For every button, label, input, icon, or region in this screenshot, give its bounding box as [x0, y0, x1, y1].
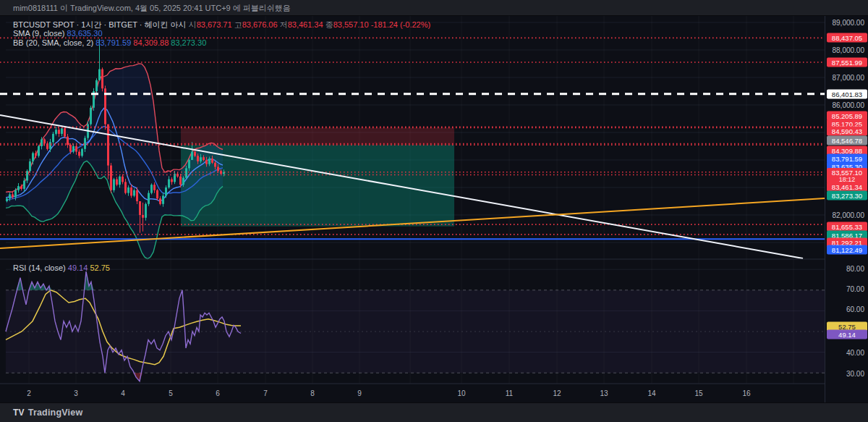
candle-body	[211, 159, 213, 163]
short-position-risk-box[interactable]	[181, 128, 454, 145]
candle-body	[150, 185, 153, 193]
time-axis-label-12: 12	[553, 389, 561, 397]
price-badge-8843705: 88,437.05	[827, 33, 867, 43]
price-axis-label: 86,000.00	[833, 101, 865, 109]
legend-rsi-row[interactable]: RSI (14, close) 49.14 52.75	[13, 263, 110, 272]
candle-body	[43, 140, 46, 144]
candle-body	[217, 167, 219, 172]
sma-indicator-name: SMA (9, close)	[13, 29, 65, 38]
candle-body	[95, 80, 98, 91]
candle-body	[9, 195, 11, 199]
price-badge-8459043: 84,590.43	[827, 127, 867, 136]
time-axis-label-8: 8	[310, 389, 315, 397]
candle-body	[75, 146, 77, 152]
candle-body	[29, 161, 31, 171]
candle-body	[171, 180, 173, 182]
candle-body	[98, 69, 101, 80]
candle-body	[139, 201, 141, 215]
candle-body	[52, 134, 54, 142]
candle-body	[72, 146, 75, 152]
candle-body	[142, 215, 144, 218]
ohlc-low-label: 저	[280, 20, 288, 29]
time-axis-label-14: 14	[647, 389, 655, 397]
ohlc-low-value: 83,461.34	[288, 20, 323, 29]
time-axis-label-6: 6	[216, 389, 220, 397]
candle-body	[122, 177, 124, 182]
candle-body	[55, 130, 57, 134]
price-axis-label: 80.00	[846, 265, 864, 273]
candle-body	[148, 193, 150, 204]
candle-body	[14, 190, 17, 198]
tradingview-published-chart: mim0818111 이 TradingView.com, 4월 05, 202…	[0, 0, 868, 422]
candle-body	[127, 187, 129, 193]
candle-body	[12, 195, 14, 198]
bb-basis-value: 83,791.59	[95, 38, 131, 47]
price-badge-8755199: 87,551.99	[827, 58, 867, 67]
time-axis-label-10: 10	[457, 389, 465, 397]
ohlc-change-value: -181.24 (-0.22%)	[371, 20, 431, 29]
candle-body	[20, 186, 22, 189]
candle-body	[38, 146, 40, 156]
sma-indicator-value: 83,635.30	[67, 29, 103, 38]
rsi-ma-value: 52.75	[90, 263, 110, 272]
price-axis-label: 88,000.00	[833, 46, 865, 54]
price-chart-canvas[interactable]	[0, 0, 868, 422]
price-axis-label: 82,000.00	[833, 211, 865, 219]
candle-body	[35, 153, 37, 156]
candle-body	[67, 137, 69, 145]
legend-sma-row[interactable]: SMA (9, close) 83,635.30	[13, 29, 103, 38]
price-badge-4914: 49.14	[827, 330, 867, 339]
bb-indicator-name: BB (20, SMA, close, 2)	[13, 38, 93, 47]
candle-body	[110, 166, 112, 190]
bb-lower-value: 83,273.30	[171, 38, 206, 47]
candle-body	[194, 152, 196, 156]
candle-body	[191, 152, 193, 160]
time-axis-label-3: 3	[74, 389, 78, 397]
ohlc-high-value: 83,676.06	[242, 20, 278, 29]
candle-body	[214, 163, 216, 167]
price-axis-label: 30.00	[846, 370, 864, 378]
candle-body	[179, 177, 182, 185]
time-axis-label-15: 15	[694, 389, 702, 397]
candle-body	[23, 181, 25, 189]
candle-body	[145, 204, 147, 218]
ohlc-high-label: 고	[234, 20, 242, 29]
candle-body	[205, 160, 208, 164]
time-axis-label-13: 13	[600, 389, 608, 397]
candle-body	[78, 152, 80, 156]
candle-body	[90, 108, 92, 125]
time-axis-label-2: 2	[27, 389, 31, 397]
time-axis-label-16: 16	[742, 389, 750, 397]
candle-body	[208, 159, 210, 164]
legend-bb-row[interactable]: BB (20, SMA, close, 2) 83,791.59 84,309.…	[13, 38, 206, 47]
time-axis-label-7: 7	[263, 389, 268, 397]
candle-body	[61, 128, 63, 134]
price-axis[interactable]: 89,000.0088,000.0087,000.0086,000.0082,0…	[825, 16, 868, 402]
time-axis-label-4: 4	[121, 389, 125, 397]
time-axis-label-11: 11	[506, 389, 513, 397]
candle-body	[58, 130, 60, 134]
candle-body	[124, 182, 127, 193]
rsi-indicator-name: RSI (14, close)	[13, 263, 66, 272]
candle-body	[101, 69, 103, 89]
candle-body	[153, 185, 156, 190]
candle-body	[133, 190, 135, 196]
ohlc-open-value: 83,673.71	[197, 20, 232, 29]
candle-body	[136, 190, 138, 201]
candle-body	[6, 198, 8, 201]
price-axis-label: 87,000.00	[833, 74, 865, 82]
price-badge-8112249: 81,122.49	[827, 245, 867, 255]
price-axis-label: 70.00	[846, 285, 864, 293]
candle-body	[130, 187, 132, 195]
price-badge-8327330: 83,273.30	[827, 191, 867, 201]
candle-body	[159, 198, 161, 204]
bb-upper-value: 84,309.88	[133, 38, 169, 47]
candle-body	[17, 186, 20, 190]
price-axis-label: 89,000.00	[833, 19, 865, 27]
candle-body	[203, 157, 205, 160]
candle-body	[156, 190, 158, 198]
price-axis-label: 60.00	[846, 305, 864, 313]
time-axis-label-9: 9	[357, 389, 362, 397]
ohlc-close-label: 종	[326, 20, 333, 29]
time-axis-label-5: 5	[169, 389, 173, 397]
